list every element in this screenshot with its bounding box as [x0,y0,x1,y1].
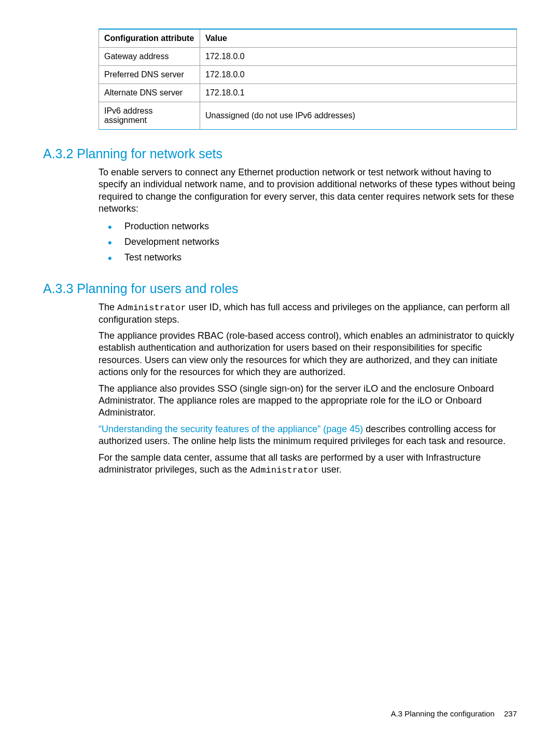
p5-a33: For the sample data center, assume that … [99,452,517,476]
table-row: Gateway address 172.18.0.0 [99,48,517,66]
list-item: Production networks [99,219,517,233]
list-item: Development networks [99,235,517,249]
value-cell: 172.18.0.0 [200,66,517,84]
p1-a33: The Administrator user ID, which has ful… [99,301,517,326]
page-footer: A.3 Planning the configuration 237 [391,709,517,718]
p1-mono-admin: Administrator [117,303,186,313]
heading-a33: A.3.3 Planning for users and roles [43,281,517,296]
table-header-value: Value [200,29,517,48]
intro-a32: To enable servers to connect any Etherne… [99,167,517,215]
value-cell: 172.18.0.1 [200,84,517,102]
network-sets-list: Production networks Development networks… [99,219,517,265]
value-cell: Unassigned (do not use IPv6 addresses) [200,102,517,130]
table-row: IPv6 address assignment Unassigned (do n… [99,102,517,130]
p4-a33: “Understanding the security features of … [99,423,517,448]
p5-post: user. [319,464,342,475]
list-item: Test networks [99,251,517,265]
attr-cell: IPv6 address assignment [99,102,200,130]
attr-cell: Alternate DNS server [99,84,200,102]
p1-pre: The [99,302,117,312]
table-header-row: Configuration attribute Value [99,29,517,48]
p2-a33: The appliance provides RBAC (role-based … [99,330,517,379]
value-cell: 172.18.0.0 [200,48,517,66]
footer-section-label: A.3 Planning the configuration [391,709,495,718]
table-row: Alternate DNS server 172.18.0.1 [99,84,517,102]
p3-a33: The appliance also provides SSO (single … [99,383,517,419]
config-attribute-table: Configuration attribute Value Gateway ad… [99,29,517,130]
heading-a32: A.3.2 Planning for network sets [43,146,517,161]
attr-cell: Gateway address [99,48,200,66]
security-features-link[interactable]: “Understanding the security features of … [99,424,363,434]
table-header-attribute: Configuration attribute [99,29,200,48]
attr-cell: Preferred DNS server [99,66,200,84]
table-row: Preferred DNS server 172.18.0.0 [99,66,517,84]
footer-page-number: 237 [504,709,517,718]
p5-mono-admin: Administrator [250,465,319,475]
